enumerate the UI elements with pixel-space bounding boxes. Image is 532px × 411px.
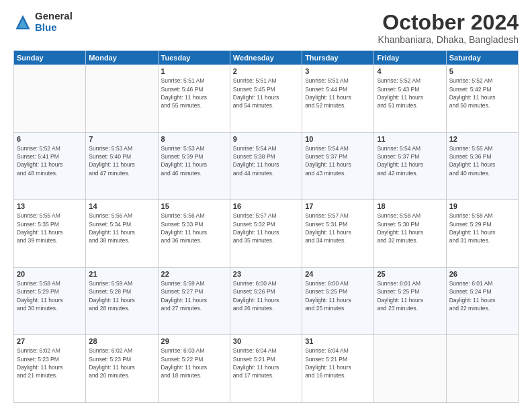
day-info: Sunrise: 6:00 AM Sunset: 5:26 PM Dayligh… [233, 279, 299, 312]
day-number: 17 [305, 202, 371, 210]
day-info: Sunrise: 5:58 AM Sunset: 5:30 PM Dayligh… [377, 212, 443, 244]
day-info: Sunrise: 5:52 AM Sunset: 5:41 PM Dayligh… [17, 144, 83, 177]
calendar-cell: 19Sunrise: 5:58 AM Sunset: 5:29 PM Dayli… [446, 200, 518, 268]
day-number: 30 [233, 337, 299, 345]
day-number: 25 [377, 270, 443, 278]
calendar-header: Sunday Monday Tuesday Wednesday Thursday… [14, 51, 519, 65]
col-wednesday: Wednesday [230, 51, 302, 65]
logo-blue-text: Blue [35, 22, 73, 34]
header-row: Sunday Monday Tuesday Wednesday Thursday… [14, 51, 519, 65]
day-info: Sunrise: 6:03 AM Sunset: 5:22 PM Dayligh… [161, 347, 227, 379]
day-number: 31 [305, 337, 371, 345]
col-tuesday: Tuesday [158, 51, 230, 65]
day-number: 29 [161, 337, 227, 345]
col-monday: Monday [86, 51, 158, 65]
day-number: 24 [305, 270, 371, 278]
calendar-cell: 10Sunrise: 5:54 AM Sunset: 5:37 PM Dayli… [302, 132, 374, 200]
calendar-table: Sunday Monday Tuesday Wednesday Thursday… [13, 50, 519, 403]
day-info: Sunrise: 6:02 AM Sunset: 5:23 PM Dayligh… [17, 347, 83, 379]
day-info: Sunrise: 5:56 AM Sunset: 5:33 PM Dayligh… [161, 212, 227, 244]
calendar-cell: 9Sunrise: 5:54 AM Sunset: 5:38 PM Daylig… [230, 132, 302, 200]
day-info: Sunrise: 5:51 AM Sunset: 5:46 PM Dayligh… [161, 77, 227, 109]
day-number: 9 [233, 135, 299, 143]
calendar-cell: 17Sunrise: 5:57 AM Sunset: 5:31 PM Dayli… [302, 200, 374, 268]
week-row-1: 1Sunrise: 5:51 AM Sunset: 5:46 PM Daylig… [14, 65, 519, 133]
calendar-body: 1Sunrise: 5:51 AM Sunset: 5:46 PM Daylig… [14, 65, 519, 403]
day-info: Sunrise: 5:52 AM Sunset: 5:42 PM Dayligh… [449, 77, 515, 109]
location: Khanbaniara, Dhaka, Bangladesh [378, 34, 519, 45]
day-info: Sunrise: 5:52 AM Sunset: 5:43 PM Dayligh… [377, 77, 443, 109]
day-number: 10 [305, 135, 371, 143]
day-info: Sunrise: 5:55 AM Sunset: 5:36 PM Dayligh… [449, 144, 515, 177]
calendar-cell: 6Sunrise: 5:52 AM Sunset: 5:41 PM Daylig… [14, 132, 86, 200]
logo-general-text: General [35, 11, 73, 22]
day-number: 2 [233, 67, 299, 75]
day-info: Sunrise: 5:59 AM Sunset: 5:28 PM Dayligh… [89, 279, 154, 312]
day-number: 13 [17, 202, 83, 210]
calendar-cell: 20Sunrise: 5:58 AM Sunset: 5:29 PM Dayli… [14, 267, 86, 335]
calendar-cell: 12Sunrise: 5:55 AM Sunset: 5:36 PM Dayli… [446, 132, 518, 200]
calendar-cell: 25Sunrise: 6:01 AM Sunset: 5:25 PM Dayli… [374, 267, 446, 335]
day-info: Sunrise: 5:54 AM Sunset: 5:37 PM Dayligh… [377, 144, 443, 177]
day-info: Sunrise: 6:01 AM Sunset: 5:24 PM Dayligh… [449, 279, 515, 312]
day-number: 23 [233, 270, 299, 278]
day-number: 14 [89, 202, 154, 210]
day-number: 11 [377, 135, 443, 143]
day-info: Sunrise: 5:51 AM Sunset: 5:44 PM Dayligh… [305, 77, 371, 109]
calendar-cell: 22Sunrise: 5:59 AM Sunset: 5:27 PM Dayli… [158, 267, 230, 335]
calendar-cell [374, 335, 446, 403]
day-info: Sunrise: 5:54 AM Sunset: 5:38 PM Dayligh… [233, 144, 299, 177]
day-info: Sunrise: 6:02 AM Sunset: 5:23 PM Dayligh… [89, 347, 154, 379]
calendar-cell: 2Sunrise: 5:51 AM Sunset: 5:45 PM Daylig… [230, 65, 302, 133]
day-number: 26 [449, 270, 515, 278]
month-title: October 2024 [378, 11, 519, 34]
calendar-cell: 21Sunrise: 5:59 AM Sunset: 5:28 PM Dayli… [86, 267, 158, 335]
week-row-3: 13Sunrise: 5:55 AM Sunset: 5:35 PM Dayli… [14, 200, 519, 268]
calendar-cell: 4Sunrise: 5:52 AM Sunset: 5:43 PM Daylig… [374, 65, 446, 133]
day-number: 4 [377, 67, 443, 75]
day-number: 21 [89, 270, 154, 278]
calendar-cell: 31Sunrise: 6:04 AM Sunset: 5:21 PM Dayli… [302, 335, 374, 403]
day-info: Sunrise: 6:00 AM Sunset: 5:25 PM Dayligh… [305, 279, 371, 312]
calendar-cell: 16Sunrise: 5:57 AM Sunset: 5:32 PM Dayli… [230, 200, 302, 268]
day-number: 1 [161, 67, 227, 75]
day-number: 6 [17, 135, 83, 143]
day-number: 16 [233, 202, 299, 210]
day-info: Sunrise: 5:57 AM Sunset: 5:32 PM Dayligh… [233, 212, 299, 244]
day-info: Sunrise: 5:56 AM Sunset: 5:34 PM Dayligh… [89, 212, 154, 244]
week-row-2: 6Sunrise: 5:52 AM Sunset: 5:41 PM Daylig… [14, 132, 519, 200]
calendar-cell: 29Sunrise: 6:03 AM Sunset: 5:22 PM Dayli… [158, 335, 230, 403]
day-number: 3 [305, 67, 371, 75]
calendar-cell: 24Sunrise: 6:00 AM Sunset: 5:25 PM Dayli… [302, 267, 374, 335]
calendar-cell [14, 65, 86, 133]
calendar-cell: 13Sunrise: 5:55 AM Sunset: 5:35 PM Dayli… [14, 200, 86, 268]
day-info: Sunrise: 5:55 AM Sunset: 5:35 PM Dayligh… [17, 212, 83, 244]
week-row-5: 27Sunrise: 6:02 AM Sunset: 5:23 PM Dayli… [14, 335, 519, 403]
calendar-cell: 26Sunrise: 6:01 AM Sunset: 5:24 PM Dayli… [446, 267, 518, 335]
header: General Blue October 2024 Khanbaniara, D… [13, 11, 519, 45]
calendar-cell: 18Sunrise: 5:58 AM Sunset: 5:30 PM Dayli… [374, 200, 446, 268]
day-info: Sunrise: 5:58 AM Sunset: 5:29 PM Dayligh… [17, 279, 83, 312]
day-number: 27 [17, 337, 83, 345]
col-thursday: Thursday [302, 51, 374, 65]
day-info: Sunrise: 5:59 AM Sunset: 5:27 PM Dayligh… [161, 279, 227, 312]
day-number: 5 [449, 67, 515, 75]
day-info: Sunrise: 5:58 AM Sunset: 5:29 PM Dayligh… [449, 212, 515, 244]
calendar-cell: 27Sunrise: 6:02 AM Sunset: 5:23 PM Dayli… [14, 335, 86, 403]
calendar-cell: 8Sunrise: 5:53 AM Sunset: 5:39 PM Daylig… [158, 132, 230, 200]
col-friday: Friday [374, 51, 446, 65]
day-number: 8 [161, 135, 227, 143]
calendar-cell: 28Sunrise: 6:02 AM Sunset: 5:23 PM Dayli… [86, 335, 158, 403]
page: General Blue October 2024 Khanbaniara, D… [0, 0, 532, 411]
logo-text: General Blue [35, 11, 73, 33]
calendar-cell: 14Sunrise: 5:56 AM Sunset: 5:34 PM Dayli… [86, 200, 158, 268]
day-info: Sunrise: 5:54 AM Sunset: 5:37 PM Dayligh… [305, 144, 371, 177]
logo-icon [13, 13, 32, 32]
calendar-cell: 5Sunrise: 5:52 AM Sunset: 5:42 PM Daylig… [446, 65, 518, 133]
title-block: October 2024 Khanbaniara, Dhaka, Banglad… [378, 11, 519, 45]
day-number: 22 [161, 270, 227, 278]
day-info: Sunrise: 5:53 AM Sunset: 5:40 PM Dayligh… [89, 144, 154, 177]
day-number: 12 [449, 135, 515, 143]
calendar-cell: 30Sunrise: 6:04 AM Sunset: 5:21 PM Dayli… [230, 335, 302, 403]
calendar-cell: 3Sunrise: 5:51 AM Sunset: 5:44 PM Daylig… [302, 65, 374, 133]
